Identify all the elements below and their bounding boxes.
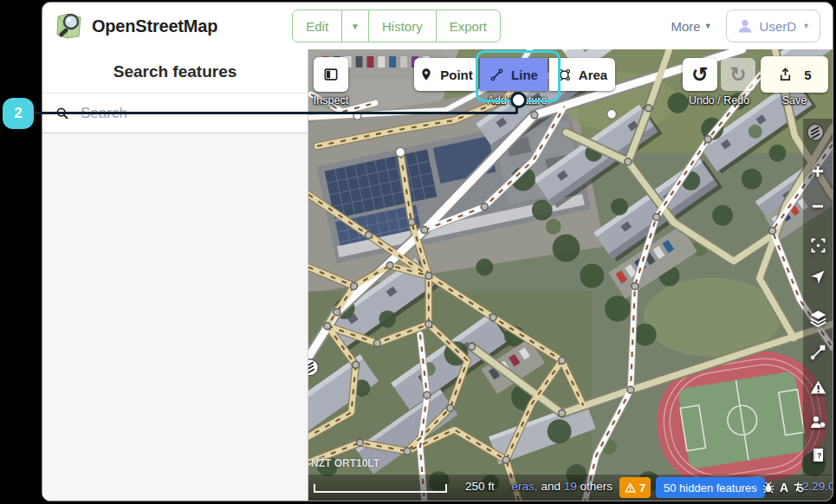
statusbar-icons: A	[761, 477, 804, 498]
sidebar-body	[42, 133, 308, 501]
imagery-attribution: eras, and 19 others	[512, 480, 612, 493]
zoom-to-selection-button[interactable]	[803, 232, 833, 258]
page-title: OpenStreetMap	[92, 16, 217, 36]
edit-button-group: Edit ▼ History Export	[292, 10, 501, 42]
redo-button[interactable]: ↻	[721, 58, 755, 91]
scale-bar	[314, 484, 447, 493]
point-label: Point	[440, 68, 473, 82]
help-button[interactable]: ?	[803, 442, 833, 468]
geolocate-arrow-icon	[809, 268, 826, 286]
attribution-count-link[interactable]: 19	[564, 480, 577, 493]
attribution-link[interactable]: eras,	[512, 480, 538, 493]
undo-button[interactable]: ↺	[683, 58, 717, 91]
background-settings-button[interactable]	[803, 305, 833, 331]
annotation-connector-dot	[510, 92, 527, 108]
svg-text:?: ?	[817, 451, 821, 460]
zoom-to-selection-icon	[809, 236, 827, 255]
save-count-badge: 5	[804, 68, 811, 82]
zoom-in-button[interactable]: +	[803, 158, 833, 184]
annotation-badge: 2	[3, 98, 34, 129]
redo-arrow-icon: ↻	[729, 65, 746, 85]
save-button[interactable]: 5	[761, 56, 828, 93]
inspect-panel-icon	[322, 66, 340, 83]
layers-icon	[809, 309, 827, 327]
export-button[interactable]: Export	[436, 10, 500, 42]
hidden-features-button[interactable]: 50 hidden features	[656, 477, 765, 498]
attribution-text: others	[580, 480, 612, 493]
zoom-out-button[interactable]: −	[803, 193, 833, 219]
upload-save-icon	[777, 67, 794, 83]
caret-down-icon: ▼	[704, 22, 712, 30]
user-menu-button[interactable]: UserD ▼	[726, 10, 820, 42]
scale-label: 250 ft	[465, 480, 495, 493]
imagery-watermark: NŽT ORT10LT	[311, 457, 379, 469]
map-status-bar: 250 ft eras, and 19 others 7 50 hidden f…	[308, 475, 833, 501]
inspect-button[interactable]	[314, 57, 348, 92]
caret-down-icon: ▼	[802, 22, 810, 30]
add-point-button[interactable]: Point	[414, 58, 478, 91]
report-bug-icon[interactable]	[761, 481, 775, 494]
issues-button[interactable]	[803, 374, 833, 400]
user-avatar-icon	[736, 17, 754, 35]
app-window: OpenStreetMap Edit ▼ History Export More…	[42, 2, 833, 501]
version-link[interactable]: 2.29.0	[802, 480, 833, 493]
warning-triangle-icon	[625, 482, 636, 494]
aerial-imagery	[308, 49, 833, 501]
header-right: More ▼ UserD ▼	[671, 10, 820, 42]
map-data-icon	[809, 344, 826, 361]
preferences-button[interactable]	[803, 409, 833, 435]
undo-arrow-icon: ↺	[691, 65, 708, 85]
user-settings-icon	[809, 413, 827, 431]
attribution-text: and	[541, 480, 561, 493]
translate-icon[interactable]: A	[780, 481, 788, 494]
user-name: UserD	[760, 19, 797, 34]
sidebar: Search features	[42, 49, 308, 501]
help-book-icon: ?	[810, 447, 826, 463]
map-data-button[interactable]	[803, 339, 833, 365]
sidebar-heading: Search features	[42, 62, 308, 81]
geolocate-button[interactable]	[803, 264, 833, 290]
edit-button[interactable]: Edit	[293, 10, 341, 42]
osm-logo-icon	[55, 11, 84, 41]
right-rail: + −	[803, 119, 833, 475]
map-canvas[interactable]: Inspect Point Line	[308, 49, 833, 501]
content: Search features	[42, 49, 833, 501]
issues-count-badge[interactable]: 7	[619, 477, 651, 498]
more-label: More	[671, 19, 700, 34]
app-header: OpenStreetMap Edit ▼ History Export More…	[42, 3, 833, 49]
edit-caret-icon[interactable]: ▼	[341, 10, 368, 42]
warning-triangle-icon	[809, 378, 827, 397]
map-pin-icon	[419, 68, 433, 81]
warning-count: 7	[639, 481, 645, 494]
annotation-connector-line	[32, 112, 517, 114]
history-button[interactable]: History	[368, 10, 436, 42]
area-label: Area	[579, 68, 607, 82]
more-menu-button[interactable]: More ▼	[671, 19, 711, 34]
